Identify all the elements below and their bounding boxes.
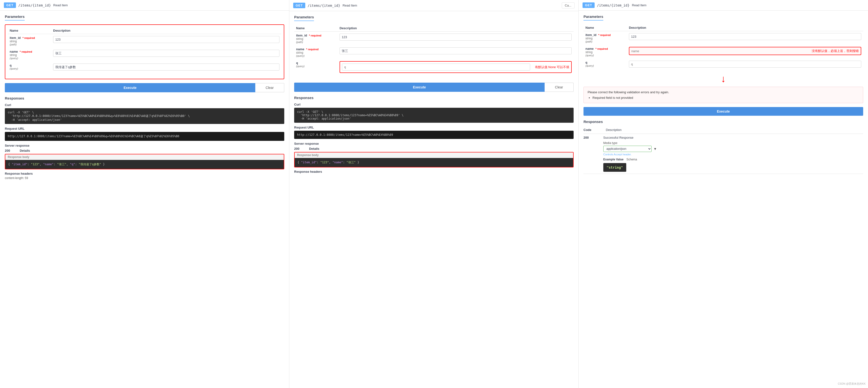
curl-label-1: Curl [5,103,284,107]
param-name-item_id-2: item_id * required [296,34,336,37]
panel-3-header: GET /items/{item_id} Read Item [579,0,868,11]
responses-code-row-200-3: 200 Successful Response Media type appli… [584,134,863,174]
table-row: q (query) [8,62,281,72]
code-header-3: Code [584,128,591,132]
name-col-header-1: Name [8,27,51,34]
name-col-header-2: Name [294,25,338,32]
param-loc-name-3: (query) [585,54,625,57]
table-row: q (query) 有默认值 None 可以不填 [294,59,574,75]
table-row: item_id * required string (path) [584,31,863,45]
execute-button-1[interactable]: Execute [5,83,255,92]
params-table-2: Name Description item_id * required stri… [294,25,574,75]
response-body-header-2: Response body [294,152,573,158]
param-loc-q-3: (query) [585,64,625,67]
request-url-label-1: Request URL [5,127,284,130]
clear-button-2[interactable]: Clear [545,83,574,92]
desc-col-header-1: Description [51,27,281,34]
panel-2-body: Parameters Name Description item_id * re… [289,11,579,388]
request-url-label-2: Request URL [294,126,574,129]
curl-code-2: curl -X 'GET' \ 'http://127.0.0.1:8080/i… [294,108,574,123]
cancel-button-2[interactable]: Ca... [562,2,575,8]
panel-2-header: GET /items/{item_id} Read Item Ca... [289,0,579,11]
param-required-name-3: * required [596,47,608,50]
operation-3: Read Item [632,3,647,7]
response-code-2: 200 [294,147,300,150]
clear-button-1[interactable]: Clear [255,83,284,92]
table-row: name * required string (query) [8,48,281,62]
params-table-1: Name Description item_id * required stri… [8,27,281,72]
curl-label-2: Curl [294,103,574,106]
responses-section-header-3: Responses [584,120,863,124]
response-code-1: 200 [5,149,10,152]
param-type-item_id-1: string [10,40,49,43]
param-loc-item_id-2: (path) [296,40,336,43]
details-label-1: Details [20,149,30,152]
panel-2: GET /items/{item_id} Read Item Ca... Par… [289,0,579,388]
response-body-content-2: { "item_id": "123", "name": "张三" } [294,158,573,167]
param-input-name-1[interactable] [53,50,279,57]
method-badge-2: GET [293,3,305,8]
code-details-1: 200 Details [5,149,284,152]
param-type-item_id-2: string [296,37,336,40]
response-code-200-3: 200 [584,136,589,172]
param-name-name-2: name * required [296,47,336,51]
example-value-box-3: "string" [603,163,626,172]
param-input-name-3[interactable] [631,49,810,53]
parameters-title-1: Parameters [5,14,25,21]
server-response-label-2: Server response [294,142,574,145]
desc-col-header-3: Description [627,24,863,31]
table-row: item_id * required string (path) [8,34,281,48]
table-row: item_id * required string (path) [294,32,574,46]
table-row: name * required string (query) [294,46,574,59]
request-url-1: http://127.0.0.1:8080/items/123?name=%E5… [5,132,284,141]
parameters-section-2: Parameters Name Description item_id * re… [294,15,574,75]
param-name-name-3: name * required [585,47,625,51]
panel-3-body: Parameters Name Description item_id * re… [579,11,868,388]
param-required-name-2: * required [306,48,318,51]
name-col-header-3: Name [584,24,627,31]
param-loc-name-2: (query) [296,54,336,57]
param-input-item_id-3[interactable] [629,33,861,40]
execute-button-3[interactable]: Execute [584,107,863,116]
media-type-select-3[interactable]: application/json [603,146,652,152]
params-box-1: Name Description item_id * required stri… [5,24,284,79]
param-input-q-3[interactable] [629,61,861,68]
media-type-label-3: Media type [603,141,657,145]
example-value-string-3: "string" [607,166,623,169]
name-annotation-box-3: 没有默认值，必须上送，否则报错 [629,47,861,55]
param-loc-item_id-3: (path) [585,40,625,43]
response-headers-label-1: Response headers [5,172,284,175]
param-loc-q-2: (query) [296,65,336,68]
param-input-name-2[interactable] [340,47,572,54]
param-name-item_id-1: item_id * required [10,36,49,40]
request-url-2: http://127.0.0.1:8080/items/123?name=%E5… [294,131,574,139]
watermark: CSDN @雲裳休息的KK [838,382,866,386]
response-body-box-2: Response body { "item_id": "123", "name"… [294,152,574,168]
param-input-item_id-1[interactable] [53,36,279,43]
response-header-item-1: content-length: 59 [5,176,284,180]
param-loc-name-1: (query) [10,57,49,60]
example-value-link-3[interactable]: Example Value [603,158,624,161]
schema-link-3[interactable]: Schema [626,158,637,161]
param-required-item_id-1: * required [23,36,35,39]
q-annotation-box-2: 有默认值 None 可以不填 [340,61,572,73]
response-body-header-1: Response body [5,154,284,160]
validation-error-box-3: Please correct the following validation … [584,87,863,103]
parameters-title-3: Parameters [584,14,603,21]
param-input-q-2[interactable] [342,63,530,70]
example-schema-row-3: Example Value Schema [603,158,657,161]
execute-button-2[interactable]: Execute [294,83,545,92]
endpoint-1: /items/{item_id} [18,3,51,7]
param-required-item_id-3: * required [598,34,611,36]
param-name-item_id-3: item_id * required [585,33,625,37]
responses-code-row-header-3: Code Description [584,126,863,134]
param-type-name-3: string [585,51,625,54]
server-response-label-1: Server response [5,144,284,147]
params-table-3: Name Description item_id * required stri… [584,24,863,69]
param-input-q-1[interactable] [53,63,279,70]
param-required-item_id-2: * required [309,34,321,37]
panel-3: GET /items/{item_id} Read Item Parameter… [579,0,868,388]
param-name-q-3: q [585,61,625,64]
param-input-item_id-2[interactable] [340,34,572,40]
panel-1: GET /items/{item_id} Read Item Parameter… [0,0,289,388]
